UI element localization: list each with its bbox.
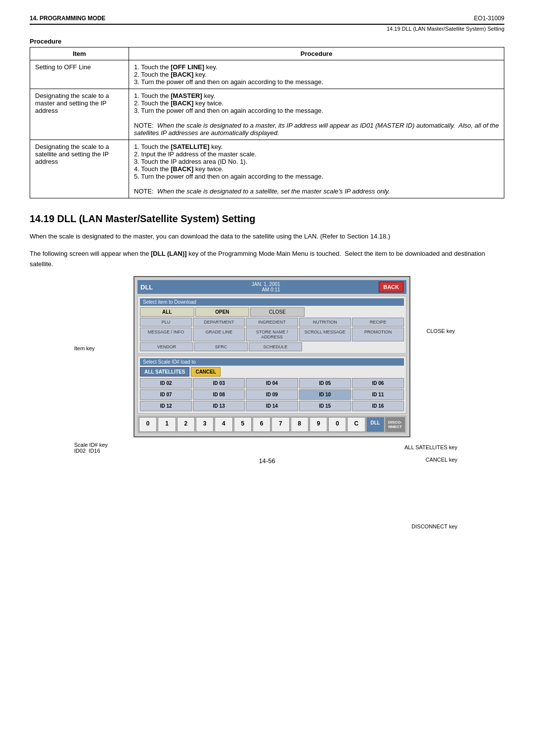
chapter-title: 14. PROGRAMMING MODE [30, 15, 105, 22]
scale-id-section: Select Scale ID# load to ALL SATELLITES … [137, 356, 406, 414]
procedure-cell: 1. Touch the [MASTER] key. 2. Touch the … [129, 89, 504, 140]
item-cell: Setting to OFF Line [30, 60, 129, 89]
id-grid-row1: ID 02 ID 03 ID 04 ID 05 ID 06 [140, 378, 404, 388]
num-1-button[interactable]: 1 [158, 417, 176, 432]
scale-screen: DLL JAN. 1, 2001 AM 0:11 BACK Select ite… [134, 276, 410, 437]
num-8-button[interactable]: 8 [291, 417, 309, 432]
item-key-annotation: Item key [74, 345, 95, 351]
num-9-button[interactable]: 9 [310, 417, 327, 432]
procedure-cell: 1. Touch the [OFF LINE] key. 2. Touch th… [129, 60, 504, 89]
all-satellites-annotation: ALL SATELLITES key [404, 444, 457, 450]
nutrition-button[interactable]: NUTRITION [299, 318, 351, 327]
num-6-button[interactable]: 6 [253, 417, 270, 432]
scale-id-annotation: Scale ID# keyID02 ID16 [74, 442, 108, 454]
item-buttons-row3: MESSAGE / INFO GRADE LINE STORE NAME / A… [140, 328, 404, 341]
section-title: 14.19 DLL (LAN Master/Satellite System) … [30, 213, 504, 225]
id-11-button[interactable]: ID 11 [352, 389, 404, 400]
col-item: Item [30, 47, 129, 60]
promotion-button[interactable]: PROMOTION [352, 328, 404, 341]
procedure-cell: 1. Touch the [SATELLITE] key. 2. Input t… [129, 140, 504, 198]
message-info-button[interactable]: MESSAGE / INFO [140, 328, 192, 341]
scale-top-bar: DLL JAN. 1, 2001 AM 0:11 BACK [137, 280, 406, 294]
num-7-button[interactable]: 7 [271, 417, 289, 432]
item-buttons-row2: PLU DEPARTMENT INGREDIENT NUTRITION RECI… [140, 318, 404, 327]
id-06-button[interactable]: ID 06 [352, 378, 404, 388]
id-02-button[interactable]: ID 02 [140, 378, 192, 388]
id-grid-row2: ID 07 ID 08 ID 09 ID 10 ID 11 [140, 389, 404, 400]
vendor-button[interactable]: VENDOR [140, 342, 193, 351]
open-button[interactable]: OPEN [195, 307, 250, 317]
plu-button[interactable]: PLU [140, 318, 192, 327]
close-button[interactable]: CLOSE [250, 307, 305, 317]
doc-number: EO1-31009 [474, 15, 504, 22]
num-3-button[interactable]: 3 [196, 417, 214, 432]
item-cell: Designating the scale to a master and se… [30, 89, 129, 140]
scale-ui: DLL JAN. 1, 2001 AM 0:11 BACK Select ite… [124, 276, 420, 437]
schedule-button[interactable]: SCHEDULE [249, 342, 302, 351]
item-section: Select item to Download ALL OPEN CLOSE P… [137, 296, 406, 354]
section-para2: The following screen will appear when th… [30, 249, 504, 270]
id-08-button[interactable]: ID 08 [193, 389, 245, 400]
id-07-button[interactable]: ID 07 [140, 389, 192, 400]
num-2-button[interactable]: 2 [177, 417, 195, 432]
id-09-button[interactable]: ID 09 [246, 389, 298, 400]
disconnect-annotation: DISCONNECT key [411, 523, 457, 529]
id-03-button[interactable]: ID 03 [193, 378, 245, 388]
scale-section-header: Select Scale ID# load to [140, 358, 404, 366]
num-5-button[interactable]: 5 [234, 417, 252, 432]
id-grid-row3: ID 12 ID 13 ID 14 ID 15 ID 16 [140, 401, 404, 411]
num-0-button[interactable]: 0 [139, 417, 157, 432]
store-name-button[interactable]: STORE NAME / ADDRESS [246, 328, 298, 341]
table-row: Designating the scale to a master and se… [30, 89, 504, 140]
id-14-button[interactable]: ID 14 [246, 401, 298, 411]
id-15-button[interactable]: ID 15 [299, 401, 351, 411]
header-divider [30, 24, 504, 25]
id-04-button[interactable]: ID 04 [246, 378, 298, 388]
scroll-message-button[interactable]: SCROLL MESSAGE [299, 328, 351, 341]
sfrc-button[interactable]: SFRC [194, 342, 248, 351]
page-header: 14. PROGRAMMING MODE EO1-31009 [30, 15, 504, 22]
item-section-header: Select item to Download [140, 298, 404, 306]
num-4-button[interactable]: 4 [215, 417, 232, 432]
recipe-button[interactable]: RECIPE [352, 318, 404, 327]
id-10-button[interactable]: ID 10 [299, 389, 351, 400]
department-button[interactable]: DEPARTMENT [193, 318, 245, 327]
id-12-button[interactable]: ID 12 [140, 401, 192, 411]
id-13-button[interactable]: ID 13 [193, 401, 245, 411]
numpad: 0 1 2 3 4 5 6 7 8 9 0 C DLL DISCO-NNECT [137, 416, 406, 433]
disconnect-button[interactable]: DISCO-NNECT [385, 417, 405, 432]
dll-label: DLL [140, 284, 153, 291]
dll-numpad-button[interactable]: DLL [366, 417, 384, 432]
cancel-key-annotation: CANCEL key [426, 457, 457, 463]
grade-line-button[interactable]: GRADE LINE [193, 328, 245, 341]
id-16-button[interactable]: ID 16 [352, 401, 404, 411]
num-0b-button[interactable]: 0 [328, 417, 346, 432]
procedure-table: Item Procedure Setting to OFF Line 1. To… [30, 47, 504, 198]
col-procedure: Procedure [129, 47, 504, 60]
all-button[interactable]: ALL [140, 307, 194, 317]
table-row: Setting to OFF Line 1. Touch the [OFF LI… [30, 60, 504, 89]
section-subheader: 14.19 DLL (LAN Master/Satellite System) … [30, 26, 504, 32]
page-number: 14-56 [259, 457, 275, 465]
date-time: JAN. 1, 2001 AM 0:11 [252, 282, 280, 292]
item-cell: Designating the scale to a satellite and… [30, 140, 129, 198]
num-c-button[interactable]: C [347, 417, 365, 432]
scale-id-control-row: ALL SATELLITES CANCEL [140, 367, 404, 377]
ingredient-button[interactable]: INGREDIENT [246, 318, 298, 327]
table-row: Designating the scale to a satellite and… [30, 140, 504, 198]
cancel-button[interactable]: CANCEL [191, 367, 221, 377]
procedure-title: Procedure [30, 38, 504, 45]
back-button[interactable]: BACK [379, 282, 403, 292]
id-05-button[interactable]: ID 05 [299, 378, 351, 388]
all-satellites-button[interactable]: ALL SATELLITES [140, 367, 189, 377]
close-key-annotation: CLOSE key [427, 328, 455, 334]
section-para1: When the scale is designated to the mast… [30, 232, 504, 242]
screen-container: ALL key OPEN key CLOSE key Item key Scal… [74, 276, 460, 437]
